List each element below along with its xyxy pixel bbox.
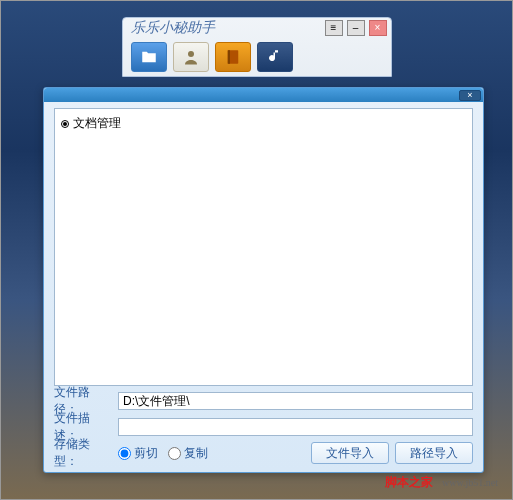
app-title: 乐乐小秘助手 [127,19,325,37]
file-desc-input[interactable] [118,418,473,436]
toolbar [123,38,391,76]
watermark-cn: 脚本之家 [385,475,433,489]
contact-icon [181,48,201,66]
close-button[interactable]: × [369,20,387,36]
path-import-button[interactable]: 路径导入 [395,442,473,464]
contacts-tool-button[interactable] [173,42,209,72]
tree-root-node[interactable]: 文档管理 [61,113,466,134]
radio-copy-input[interactable] [168,447,181,460]
storage-type-label: 存储类型： [54,436,112,470]
minimize-button[interactable]: – [347,20,365,36]
radio-cut-input[interactable] [118,447,131,460]
file-import-button[interactable]: 文件导入 [311,442,389,464]
svg-point-0 [188,51,194,57]
dialog-close-button[interactable]: × [459,90,481,101]
document-tree[interactable]: 文档管理 [54,108,473,386]
tree-bullet-icon [61,120,69,128]
settings-icon[interactable]: ≡ [325,20,343,36]
notebook-tool-button[interactable] [215,42,251,72]
folder-tool-button[interactable] [131,42,167,72]
folder-icon [139,48,159,66]
dialog-titlebar: × [44,88,483,102]
music-note-icon [265,48,285,66]
watermark-url: www.jb51.net [442,477,498,488]
radio-cut[interactable]: 剪切 [118,445,158,462]
watermark: 脚本之家 www.jb51.net [385,474,498,491]
main-titlebar: 乐乐小秘助手 ≡ – × [122,17,392,77]
radio-copy-label: 复制 [184,445,208,462]
document-manager-dialog: × 文档管理 文件路径： 文件描述： 存储类型： [43,87,484,473]
svg-rect-2 [227,50,229,64]
music-tool-button[interactable] [257,42,293,72]
storage-type-group: 剪切 复制 [118,445,305,462]
radio-copy[interactable]: 复制 [168,445,208,462]
book-icon [223,48,243,66]
tree-root-label: 文档管理 [73,116,121,130]
radio-cut-label: 剪切 [134,445,158,462]
file-path-input[interactable] [118,392,473,410]
